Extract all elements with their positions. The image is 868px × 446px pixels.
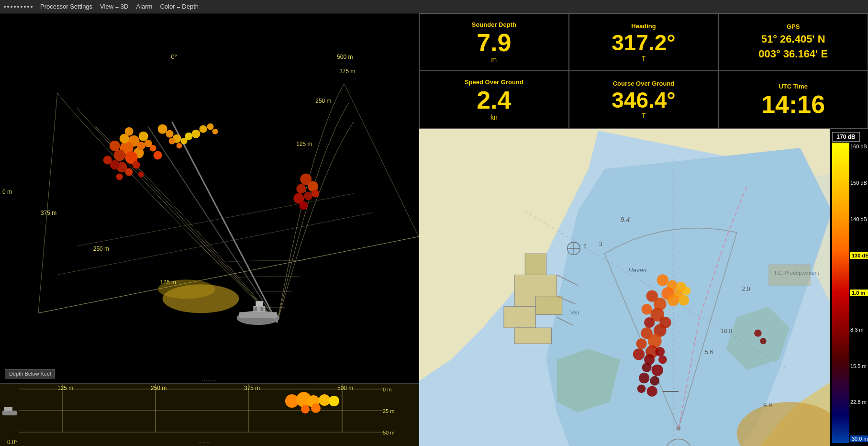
svg-point-130	[639, 373, 649, 383]
svg-point-45	[300, 174, 312, 185]
svg-text:0.0°: 0.0°	[7, 439, 18, 446]
svg-point-25	[150, 145, 156, 152]
svg-point-90	[301, 405, 310, 413]
svg-point-26	[154, 151, 162, 160]
svg-point-2	[98, 276, 419, 369]
svg-line-5	[38, 93, 57, 313]
svg-text:0°: 0°	[171, 53, 177, 60]
svg-point-88	[329, 396, 339, 406]
svg-text:9.9: 9.9	[763, 401, 772, 409]
svg-line-10	[172, 122, 278, 323]
svg-point-40	[200, 125, 207, 133]
svg-point-49	[312, 190, 319, 198]
svg-point-17	[125, 152, 138, 164]
svg-point-14	[128, 135, 140, 147]
svg-point-124	[633, 348, 645, 360]
svg-point-142	[754, 329, 761, 336]
svg-point-138	[679, 295, 689, 305]
svg-point-87	[319, 394, 330, 406]
svg-text:125 m: 125 m	[57, 385, 73, 391]
svg-text:Ven: Ven	[570, 310, 579, 315]
svg-rect-57	[260, 307, 263, 311]
chart-map-area[interactable]: 9.4 2 3 10.8 5.6 2.0 9.9 Haven T.C. Prod…	[419, 129, 868, 446]
svg-point-133	[647, 386, 657, 397]
svg-point-122	[636, 338, 647, 349]
svg-point-128	[642, 363, 652, 372]
svg-rect-54	[253, 306, 265, 312]
svg-text:9.4: 9.4	[620, 216, 630, 223]
svg-point-35	[166, 130, 174, 138]
svg-point-51	[299, 201, 308, 210]
svg-point-29	[110, 160, 120, 170]
svg-point-18	[120, 134, 129, 144]
svg-text:50 m: 50 m	[383, 430, 394, 435]
heading-cell: Heading 317.2° T	[569, 13, 719, 71]
svg-text:500 m: 500 m	[337, 385, 353, 391]
sounder-depth-unit: m	[491, 56, 497, 64]
speed-cell: Speed Over Ground 2.4 kn	[419, 71, 569, 128]
scale-top-label: 170 dB	[832, 132, 860, 142]
svg-point-52	[236, 311, 279, 325]
speed-label: Speed Over Ground	[465, 78, 523, 86]
svg-point-30	[103, 156, 112, 165]
svg-point-43	[169, 138, 176, 145]
nautical-chart[interactable]: 9.4 2 3 10.8 5.6 2.0 9.9 Haven T.C. Prod…	[419, 129, 868, 446]
svg-text:3: 3	[599, 241, 602, 247]
course-unit: T	[642, 112, 646, 120]
svg-text:0 m: 0 m	[2, 189, 12, 195]
svg-point-41	[207, 123, 214, 130]
svg-point-33	[138, 172, 144, 178]
svg-text:10.8: 10.8	[721, 328, 732, 334]
svg-point-131	[650, 376, 659, 386]
depth-below-keel-button[interactable]: Depth Below Keel	[5, 369, 55, 379]
sounder-depth-cell: Sounder Depth 7.9 m	[419, 13, 569, 71]
svg-point-141	[677, 282, 686, 291]
instrument-panel: Sounder Depth 7.9 m Heading 317.2° T GPS…	[419, 13, 868, 129]
svg-rect-55	[256, 301, 263, 306]
svg-text:250 m: 250 m	[151, 385, 167, 391]
svg-rect-153	[768, 264, 811, 285]
svg-point-47	[296, 184, 306, 194]
course-value: 346.4°	[612, 89, 676, 111]
speed-unit: kn	[490, 113, 498, 121]
speed-value: 2.4	[477, 88, 511, 112]
svg-line-7	[38, 236, 419, 313]
svg-point-132	[637, 384, 646, 393]
svg-point-1	[38, 260, 419, 383]
svg-point-15	[120, 142, 134, 155]
svg-rect-0	[0, 45, 419, 351]
svg-point-125	[655, 347, 665, 357]
svg-rect-67	[0, 384, 419, 446]
heading-value: 317.2°	[612, 32, 676, 54]
svg-point-38	[185, 133, 193, 140]
svg-point-19	[137, 142, 145, 150]
resize-handle[interactable]: ········	[202, 378, 216, 383]
gps-label: GPS	[787, 23, 800, 30]
svg-point-143	[760, 338, 766, 344]
alarm-menu[interactable]: Alarm	[136, 3, 153, 10]
svg-point-21	[114, 150, 125, 161]
sonar-3d-view[interactable]: 0° 500 m 375 m 250 m 125 m 0 m 375 m 250…	[0, 13, 419, 384]
processor-settings-menu[interactable]: Processor Settings	[40, 3, 92, 10]
sounder-depth-value: 7.9	[477, 30, 511, 55]
svg-point-46	[308, 181, 318, 192]
svg-text:125 m: 125 m	[160, 279, 176, 286]
svg-point-134	[657, 274, 668, 286]
svg-text:375 m: 375 m	[244, 385, 260, 391]
svg-text:250 m: 250 m	[93, 245, 109, 252]
utc-value: 14:16	[761, 92, 825, 117]
scale-30m-label: 30.0 m	[850, 435, 868, 442]
svg-text:2: 2	[583, 243, 587, 250]
svg-text:25 m: 25 m	[383, 408, 394, 414]
svg-rect-68	[2, 411, 17, 415]
view-menu[interactable]: View = 3D	[100, 3, 128, 10]
svg-point-12	[163, 284, 239, 313]
svg-point-129	[652, 364, 663, 376]
gps-line2: 003° 36.164' E	[758, 47, 828, 62]
svg-text:5.6: 5.6	[705, 349, 713, 356]
color-menu[interactable]: Color = Depth	[160, 3, 199, 10]
svg-point-36	[173, 134, 181, 143]
color-scale-panel: 170 dB 160 dB 150 dB 140 dB 130 dB 1.0 m…	[830, 129, 868, 446]
scale-130db-label: 130 dB	[850, 252, 868, 259]
svg-point-89	[311, 403, 321, 413]
